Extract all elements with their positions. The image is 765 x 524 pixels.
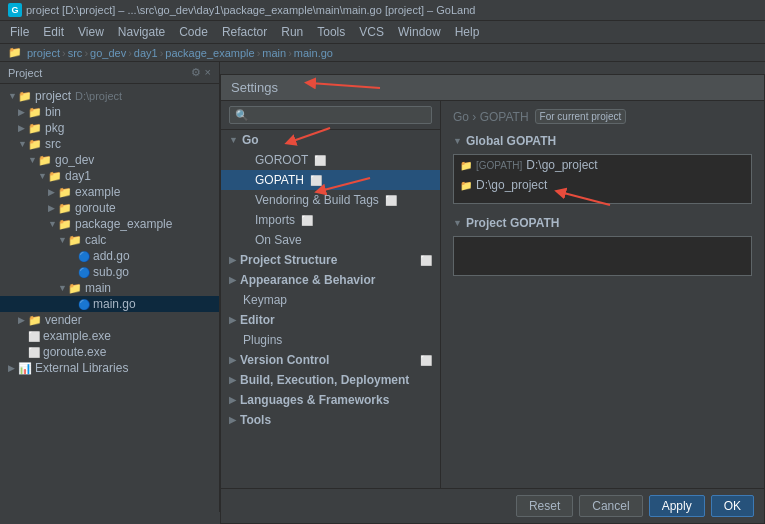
tree-item-goroute[interactable]: ▶ 📁 goroute — [0, 200, 219, 216]
settings-nav-tools[interactable]: ▶ Tools — [221, 410, 440, 430]
apply-button[interactable]: Apply — [649, 495, 705, 517]
menu-window[interactable]: Window — [392, 23, 447, 41]
settings-nav-vcs[interactable]: ▶ Version Control ⬜ — [221, 350, 440, 370]
vcs-arrow: ▶ — [229, 355, 236, 365]
breadcrumb-go-dev[interactable]: go_dev — [90, 47, 126, 59]
breadcrumb-src[interactable]: src — [68, 47, 83, 59]
tree-item-project[interactable]: ▼ 📁 project D:\project — [0, 88, 219, 104]
app-icon: G — [8, 3, 22, 17]
tree-item-calc[interactable]: ▼ 📁 calc — [0, 232, 219, 248]
settings-nav-imports[interactable]: Imports ⬜ — [221, 210, 440, 230]
settings-dialog: Settings ▼ Go GOROOT ⬜ — [220, 74, 765, 524]
main-layout: Project ⚙ × ▼ 📁 project D:\project ▶ 📁 b… — [0, 62, 765, 512]
vcs-icon: ⬜ — [420, 355, 432, 366]
content-breadcrumb: Go › GOPATH — [453, 110, 529, 124]
tree-content: ▼ 📁 project D:\project ▶ 📁 bin ▶ 📁 pkg — [0, 84, 219, 512]
gear-icon[interactable]: ⚙ — [191, 66, 201, 79]
folder-small-icon: 📁 — [460, 160, 472, 171]
project-gopath-arrow: ▼ — [453, 218, 462, 228]
settings-nav-gopath[interactable]: GOPATH ⬜ — [221, 170, 440, 190]
tree-item-bin[interactable]: ▶ 📁 bin — [0, 104, 219, 120]
global-gopath-title: ▼ Global GOPATH — [453, 134, 752, 148]
project-gopath-section: ▼ Project GOPATH — [453, 216, 752, 276]
breadcrumb-package-example[interactable]: package_example — [165, 47, 254, 59]
menu-bar: File Edit View Navigate Code Refactor Ru… — [0, 21, 765, 44]
menu-run[interactable]: Run — [275, 23, 309, 41]
breadcrumb-project[interactable]: project — [27, 47, 60, 59]
breadcrumb: 📁 project › src › go_dev › day1 › packag… — [0, 44, 765, 62]
breadcrumb-day1[interactable]: day1 — [134, 47, 158, 59]
settings-nav-plugins[interactable]: Plugins — [221, 330, 440, 350]
close-icon[interactable]: × — [205, 66, 211, 79]
menu-file[interactable]: File — [4, 23, 35, 41]
tree-item-sub-go[interactable]: 🔵 sub.go — [0, 264, 219, 280]
tree-item-vender[interactable]: ▶ 📁 vender — [0, 312, 219, 328]
settings-nav-editor[interactable]: ▶ Editor — [221, 310, 440, 330]
breadcrumb-main-go[interactable]: main.go — [294, 47, 333, 59]
menu-help[interactable]: Help — [449, 23, 486, 41]
ps-arrow: ▶ — [229, 255, 236, 265]
tree-item-example[interactable]: ▶ 📁 example — [0, 184, 219, 200]
tree-item-package-example[interactable]: ▼ 📁 package_example — [0, 216, 219, 232]
settings-nav-keymap[interactable]: Keymap — [221, 290, 440, 310]
folder-small-icon-2: 📁 — [460, 180, 472, 191]
menu-navigate[interactable]: Navigate — [112, 23, 171, 41]
tree-item-main-go[interactable]: 🔵 main.go — [0, 296, 219, 312]
settings-nav-languages[interactable]: ▶ Languages & Frameworks — [221, 390, 440, 410]
ps-icon: ⬜ — [420, 255, 432, 266]
editor-arrow: ▶ — [229, 315, 236, 325]
menu-refactor[interactable]: Refactor — [216, 23, 273, 41]
settings-nav-build[interactable]: ▶ Build, Execution, Deployment — [221, 370, 440, 390]
go-section-arrow: ▼ — [229, 135, 238, 145]
menu-edit[interactable]: Edit — [37, 23, 70, 41]
cancel-button[interactable]: Cancel — [579, 495, 642, 517]
settings-search-input[interactable] — [229, 106, 432, 124]
global-gopath-arrow: ▼ — [453, 136, 462, 146]
ab-arrow: ▶ — [229, 275, 236, 285]
tree-item-external-libraries[interactable]: ▶ 📊 External Libraries — [0, 360, 219, 376]
lang-arrow: ▶ — [229, 395, 236, 405]
settings-search-container — [221, 101, 440, 130]
reset-button[interactable]: Reset — [516, 495, 573, 517]
settings-content-header: Go › GOPATH For current project — [453, 109, 752, 124]
ok-button[interactable]: OK — [711, 495, 754, 517]
tree-item-goroute-exe[interactable]: ⬜ goroute.exe — [0, 344, 219, 360]
project-gopath-title: ▼ Project GOPATH — [453, 216, 752, 230]
gopath-icon: ⬜ — [308, 175, 322, 186]
settings-nav-goroot[interactable]: GOROOT ⬜ — [221, 150, 440, 170]
gopath-list-item-0: 📁 [GOPATH] D:\go_project — [454, 155, 751, 175]
menu-vcs[interactable]: VCS — [353, 23, 390, 41]
tree-item-day1[interactable]: ▼ 📁 day1 — [0, 168, 219, 184]
tree-item-go-dev[interactable]: ▼ 📁 go_dev — [0, 152, 219, 168]
gopath-list-item-1: 📁 D:\go_project — [454, 175, 751, 195]
settings-nav-appearance[interactable]: ▶ Appearance & Behavior — [221, 270, 440, 290]
menu-view[interactable]: View — [72, 23, 110, 41]
tree-item-pkg[interactable]: ▶ 📁 pkg — [0, 120, 219, 136]
settings-footer: Reset Cancel Apply OK — [221, 488, 764, 523]
settings-nav: ▼ Go GOROOT ⬜ GOPATH ⬜ — [221, 101, 441, 488]
menu-code[interactable]: Code — [173, 23, 214, 41]
breadcrumb-main[interactable]: main — [262, 47, 286, 59]
global-gopath-section: ▼ Global GOPATH 📁 [GOPATH] D:\go_project… — [453, 134, 752, 204]
settings-nav-go[interactable]: ▼ Go — [221, 130, 440, 150]
goroot-icon: ⬜ — [312, 155, 326, 166]
settings-content: Go › GOPATH For current project ▼ Global… — [441, 101, 764, 488]
file-tree-panel: Project ⚙ × ▼ 📁 project D:\project ▶ 📁 b… — [0, 62, 220, 512]
title-bar: G project [D:\project] – ...\src\go_dev\… — [0, 0, 765, 21]
tree-item-src[interactable]: ▼ 📁 src — [0, 136, 219, 152]
tree-item-main[interactable]: ▼ 📁 main — [0, 280, 219, 296]
vendoring-icon: ⬜ — [383, 195, 397, 206]
imports-icon: ⬜ — [299, 215, 313, 226]
tree-item-add-go[interactable]: 🔵 add.go — [0, 248, 219, 264]
settings-body: ▼ Go GOROOT ⬜ GOPATH ⬜ — [221, 101, 764, 488]
panel-title: Project — [8, 67, 42, 79]
settings-nav-on-save[interactable]: On Save — [221, 230, 440, 250]
settings-nav-vendoring[interactable]: Vendoring & Build Tags ⬜ — [221, 190, 440, 210]
global-gopath-list: 📁 [GOPATH] D:\go_project 📁 D:\go_project — [453, 154, 752, 204]
build-arrow: ▶ — [229, 375, 236, 385]
menu-tools[interactable]: Tools — [311, 23, 351, 41]
project-badge: For current project — [535, 109, 627, 124]
title-text: project [D:\project] – ...\src\go_dev\da… — [26, 4, 475, 16]
tree-item-example-exe[interactable]: ⬜ example.exe — [0, 328, 219, 344]
settings-nav-project-structure[interactable]: ▶ Project Structure ⬜ — [221, 250, 440, 270]
